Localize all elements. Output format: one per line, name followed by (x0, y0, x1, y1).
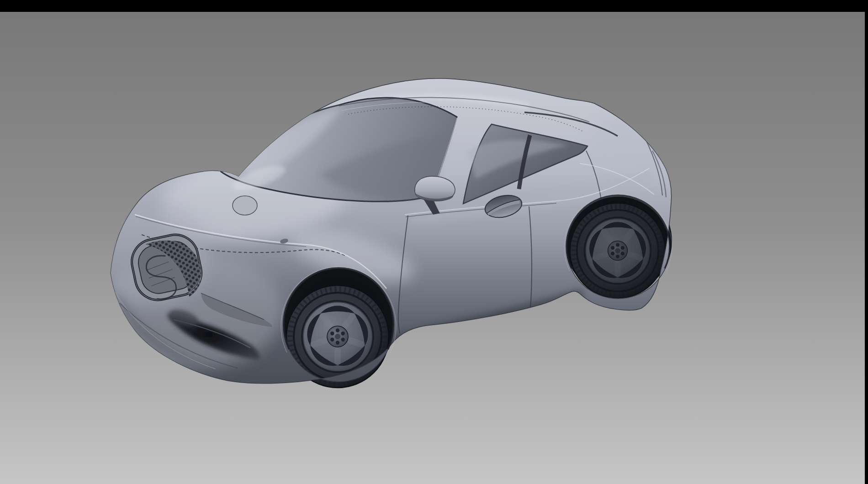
application-window (0, 0, 868, 484)
letterbox-right-strip (865, 0, 868, 484)
car-model[interactable] (96, 79, 688, 388)
letterbox-top-bar (0, 0, 868, 12)
rear-wheel (570, 203, 666, 299)
3d-viewport[interactable] (0, 12, 865, 484)
car-render (0, 12, 865, 484)
far-mirror-bump (233, 196, 257, 215)
